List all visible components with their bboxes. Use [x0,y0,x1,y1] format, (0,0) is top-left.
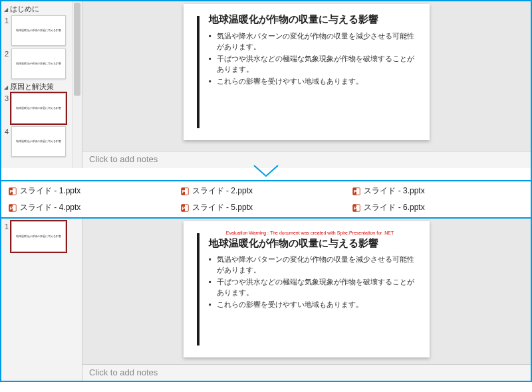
pptx-file-icon: P [180,203,190,213]
down-arrow-icon [253,164,279,179]
slide-canvas[interactable]: 地球温暖化が作物の収量に与える影響 気温や降水パターンの変化が作物の収量を減少さ… [184,4,430,140]
bullet-item: これらの影響を受けやすい地域もあります。 [209,300,418,310]
slide-thumbnail-pane: はじめに1地球温暖化が作物の収量に与える影響2地球温暖化が作物の収量に与える影響… [1,1,82,168]
bullet-item: 干ばつや洪水などの極端な気象現象が作物を破壊することがあります。 [209,54,418,75]
thumbnail-preview[interactable]: 地球温暖化が作物の収量に与える影響 [11,93,66,124]
file-name: スライド - 3.pptx [364,185,424,197]
bullet-item: これらの影響を受けやすい地域もあります。 [209,76,418,87]
bullet-item: 干ばつや洪水などの極端な気象現象が作物を破壊することがあります。 [209,277,418,298]
flow-arrow [1,168,531,180]
section-header[interactable]: はじめに [1,3,70,14]
evaluation-warning: Evaluation Warning : The document was cr… [202,231,418,236]
file-name: スライド - 2.pptx [192,185,253,197]
thumbnail-preview[interactable]: 地球温暖化が作物の収量に与える影響 [11,49,66,79]
slide-thumbnail[interactable]: 4地球温暖化が作物の収量に与える影響 [1,125,70,158]
svg-text:P: P [10,189,13,193]
file-name: スライド - 5.pptx [192,202,253,213]
bullet-item: 気温や降水パターンの変化が作物の収量を減少させる可能性があります。 [209,31,418,52]
slide-thumbnail[interactable]: 3地球温暖化が作物の収量に与える影響 [1,92,70,125]
slide-number: 1 [3,15,9,25]
slide-editor-area[interactable]: Evaluation Warning : The document was cr… [82,219,531,364]
file-name: スライド - 4.pptx [20,202,80,213]
file-name: スライド - 1.pptx [20,185,80,197]
slide-body-text[interactable]: 気温や降水パターンの変化が作物の収量を減少させる可能性があります。干ばつや洪水な… [209,254,418,310]
slide-number: 3 [3,93,9,102]
pptx-file-icon: P [8,203,17,213]
slide-thumbnail[interactable]: 1地球温暖化が作物の収量に与える影響 [1,220,80,253]
slide-thumbnail-pane: 1地球温暖化が作物の収量に与える影響 [1,219,82,381]
slide-number: 2 [3,49,9,58]
file-item[interactable]: Pスライド - 3.pptx [352,185,524,197]
accent-bar [197,233,200,345]
output-files-list: Pスライド - 1.pptxPスライド - 2.pptxPスライド - 3.pp… [1,180,531,219]
svg-text:P: P [354,205,357,210]
section-header[interactable]: 原因と解決策 [1,80,70,92]
accent-bar [197,16,200,128]
thumbnail-preview[interactable]: 地球温暖化が作物の収量に与える影響 [11,126,66,157]
slide-thumbnail[interactable]: 2地球温暖化が作物の収量に与える影響 [1,47,70,80]
thumbnail-preview[interactable]: 地球温暖化が作物の収量に与える影響 [11,221,66,252]
file-item[interactable]: Pスライド - 2.pptx [180,185,352,197]
thumbnail-scrollbar[interactable] [72,1,82,168]
slide-number: 4 [3,126,9,136]
svg-text:P: P [10,205,13,210]
pptx-file-icon: P [352,187,361,196]
bullet-item: 気温や降水パターンの変化が作物の収量を減少させる可能性があります。 [209,254,418,276]
pptx-file-icon: P [8,187,17,196]
slide-title[interactable]: 地球温暖化が作物の収量に与える影響 [209,237,418,250]
thumbnail-preview[interactable]: 地球温暖化が作物の収量に与える影響 [11,15,66,46]
svg-text:P: P [182,205,185,210]
file-item[interactable]: Pスライド - 6.pptx [352,202,524,213]
slide-body-text[interactable]: 気温や降水パターンの変化が作物の収量を減少させる可能性があります。干ばつや洪水な… [209,31,418,87]
file-item[interactable]: Pスライド - 5.pptx [180,202,352,213]
file-item[interactable]: Pスライド - 4.pptx [8,202,180,213]
slide-canvas[interactable]: Evaluation Warning : The document was cr… [184,221,430,357]
slide-thumbnail[interactable]: 1地球温暖化が作物の収量に与える影響 [1,14,70,47]
svg-text:P: P [354,189,357,193]
file-name: スライド - 6.pptx [364,202,424,213]
notes-pane[interactable]: Click to add notes [82,151,531,168]
result-presentation-panel: 1地球温暖化が作物の収量に与える影響 Evaluation Warning : … [1,219,531,381]
file-item[interactable]: Pスライド - 1.pptx [8,185,180,197]
svg-text:P: P [182,189,185,193]
slide-title[interactable]: 地球温暖化が作物の収量に与える影響 [209,13,418,26]
pptx-file-icon: P [352,203,361,213]
slide-number: 1 [3,221,9,231]
source-presentation-panel: はじめに1地球温暖化が作物の収量に与える影響2地球温暖化が作物の収量に与える影響… [1,1,531,168]
pptx-file-icon: P [180,187,190,196]
slide-editor-area[interactable]: 地球温暖化が作物の収量に与える影響 気温や降水パターンの変化が作物の収量を減少さ… [82,1,531,151]
notes-pane[interactable]: Click to add notes [82,364,531,381]
